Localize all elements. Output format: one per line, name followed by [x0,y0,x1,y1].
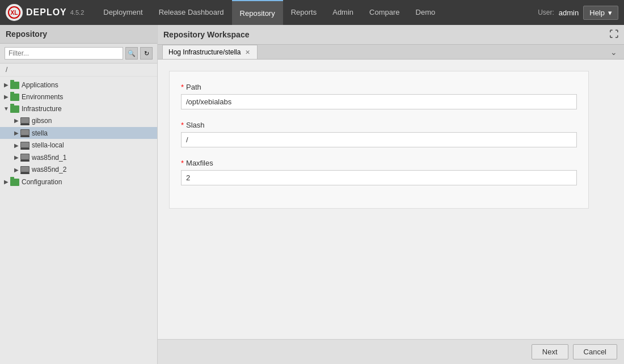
path-required-star: * [181,83,184,91]
tree-label-applications: Applications [22,81,58,89]
host-icon-gibson [20,116,29,125]
expand-arrow-applications: ▶ [2,82,10,88]
nav-compare[interactable]: Compare [361,0,407,25]
nav-items: Deployment Release Dashboard Repository … [95,0,538,25]
user-name: admin [559,9,579,17]
expand-arrow-environments: ▶ [2,94,10,100]
tab-stella[interactable]: Hog Infrastructure/stella ✕ [162,45,258,59]
nav-reports[interactable]: Reports [283,0,325,25]
maxfiles-input[interactable] [181,170,577,185]
logo-text: DEPLOY [26,7,67,18]
tab-label-stella: Hog Infrastructure/stella [168,48,241,56]
refresh-icon: ↻ [144,50,149,57]
maxfiles-label: Maxfiles [186,159,213,167]
cancel-button[interactable]: Cancel [573,344,617,359]
folder-icon-applications [10,81,19,89]
svg-rect-15 [21,167,29,172]
folder-icon-configuration [10,177,19,186]
help-label: Help [589,9,605,17]
tree-item-was85nd2[interactable]: ▶ was85nd_2 [0,163,157,176]
user-label: User: [538,9,554,16]
folder-icon-infrastructure [10,104,19,113]
help-button[interactable]: Help ▾ [583,6,618,20]
svg-rect-10 [20,148,29,150]
expand-arrow-stella: ▶ [12,130,20,136]
tree-item-stella-local[interactable]: ▶ stella-local [0,139,157,151]
svg-rect-12 [21,154,29,159]
tree-label-stella: stella [32,129,48,137]
expand-arrow-configuration: ▶ [2,179,10,185]
tree-label-environments: Environments [22,93,63,101]
slash-input[interactable] [181,132,577,147]
tree-item-stella[interactable]: ▶ stella [0,127,157,139]
expand-arrow-infrastructure: ▼ [2,105,10,112]
slash-field: * Slash [181,121,577,147]
tree-label-gibson: gibson [32,117,52,125]
logo-area: XL DEPLOY 4.5.2 [6,4,84,21]
nav-admin[interactable]: Admin [324,0,361,25]
sidebar-path: / [0,64,157,77]
tabs-bar: Hog Infrastructure/stella ✕ ⌄ [158,45,624,60]
svg-rect-13 [20,160,29,162]
svg-text:XL: XL [11,10,18,16]
tab-chevron-icon[interactable]: ⌄ [608,45,619,59]
nav-demo[interactable]: Demo [408,0,444,25]
form-section: * Path * Slash * Max [169,71,589,209]
folder-icon-environments [10,92,19,101]
sidebar-filter-bar: 🔍 ↻ [0,44,157,64]
host-icon-stella [20,129,29,138]
tree-label-configuration: Configuration [22,178,62,186]
maxfiles-label-container: * Maxfiles [181,159,577,167]
tree-label-infrastructure: Infrastructure [22,105,62,113]
main-layout: Repository 🔍 ↻ / ▶ Applications [0,25,624,364]
nav-repository[interactable]: Repository [232,0,283,25]
path-field: * Path [181,83,577,109]
svg-rect-3 [21,118,29,123]
filter-input[interactable] [5,47,123,60]
tree-item-configuration[interactable]: ▶ Configuration [0,176,157,188]
svg-rect-9 [21,142,29,147]
svg-rect-7 [20,136,29,137]
nav-release-dashboard[interactable]: Release Dashboard [151,0,232,25]
content-area: Repository Workspace ⛶ Hog Infrastructur… [158,25,624,364]
fullscreen-icon[interactable]: ⛶ [609,29,618,40]
tree-item-applications[interactable]: ▶ Applications [0,79,157,91]
search-button[interactable]: 🔍 [125,47,138,60]
tabs-container: Hog Infrastructure/stella ✕ [162,45,259,59]
slash-required-star: * [181,121,184,129]
expand-arrow-stella-local: ▶ [12,142,20,149]
expand-arrow-gibson: ▶ [12,117,20,124]
chevron-down-icon: ▾ [608,9,612,17]
tree-item-gibson[interactable]: ▶ gibson [0,115,157,127]
nav-deployment[interactable]: Deployment [95,0,150,25]
nav-right: User: admin Help ▾ [538,6,618,20]
tab-close-stella[interactable]: ✕ [244,49,251,56]
host-icon-was85nd2 [20,165,29,174]
tree-item-environments[interactable]: ▶ Environments [0,91,157,103]
app-version: 4.5.2 [70,9,84,16]
expand-arrow-was85nd2: ▶ [12,167,20,173]
svg-rect-16 [20,172,29,174]
path-input[interactable] [181,94,577,109]
slash-label: Slash [186,121,205,129]
maxfiles-required-star: * [181,159,184,167]
file-tree: ▶ Applications ▶ Environments [0,77,157,364]
path-label-container: * Path [181,83,577,91]
top-nav: XL DEPLOY 4.5.2 Deployment Release Dashb… [0,0,624,25]
content-footer: Next Cancel [158,339,624,364]
maxfiles-field: * Maxfiles [181,159,577,185]
path-label: Path [186,83,201,91]
slash-label-container: * Slash [181,121,577,129]
content-panel: * Path * Slash * Max [158,60,624,339]
next-button[interactable]: Next [532,344,568,359]
tree-item-infrastructure[interactable]: ▼ Infrastructure [0,103,157,115]
refresh-button[interactable]: ↻ [140,47,153,60]
tree-item-was85nd1[interactable]: ▶ was85nd_1 [0,151,157,164]
search-icon: 🔍 [128,50,136,57]
tree-label-was85nd2: was85nd_2 [32,166,66,173]
host-icon-stella-local [20,141,29,150]
tree-label-stella-local: stella-local [32,141,64,149]
svg-rect-4 [20,124,29,125]
logo-icon: XL [6,4,23,21]
sidebar: Repository 🔍 ↻ / ▶ Applications [0,25,158,364]
